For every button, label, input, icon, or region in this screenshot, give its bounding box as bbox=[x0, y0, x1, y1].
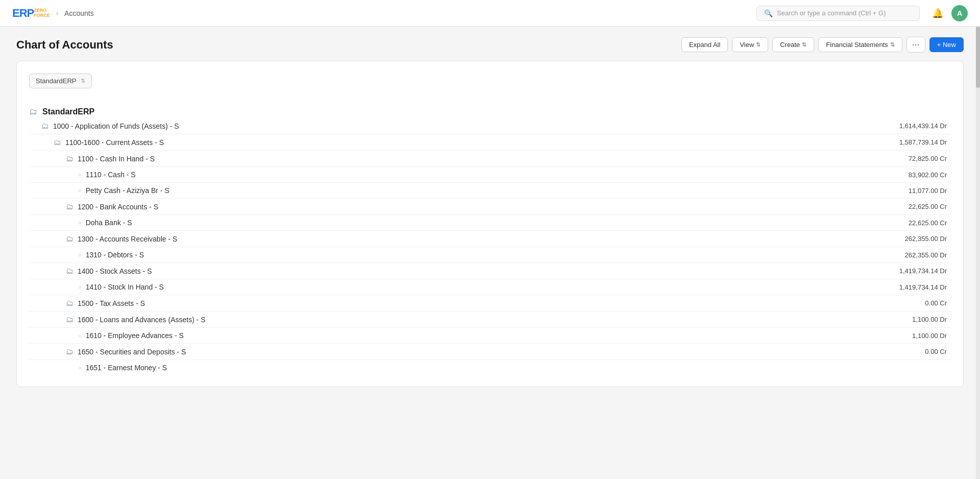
logo-stacked: ZERO FORCE bbox=[34, 8, 50, 18]
leaf-circle-icon: ○ bbox=[78, 187, 82, 194]
folder-icon: 🗂 bbox=[66, 267, 74, 275]
tree-root-label: StandardERP bbox=[42, 107, 859, 116]
tree-row[interactable]: 🗂1200 - Bank Accounts - S22,625.00 Cr bbox=[29, 200, 951, 213]
tree-row[interactable]: ○Petty Cash - Aziziya Br - S11,077.00 Dr bbox=[29, 184, 951, 197]
tree-row-inner: 🗂1600 - Loans and Advances (Assets) - S1… bbox=[66, 315, 951, 324]
folder-icon: 🗂 bbox=[66, 315, 74, 324]
tree-item-amount: 1,100.00 Dr bbox=[859, 316, 951, 323]
tree-item-amount: 83,902.00 Cr bbox=[859, 171, 951, 179]
tree-item-label: 1000 - Application of Funds (Assets) - S bbox=[53, 122, 859, 130]
tree-row[interactable]: 🗂1600 - Loans and Advances (Assets) - S1… bbox=[29, 313, 951, 326]
accounts-tree: 🗂 StandardERP 🗂1000 - Application of Fun… bbox=[29, 105, 951, 374]
folder-icon: 🗂 bbox=[66, 347, 74, 356]
tree-row[interactable]: 🗂1100 - Cash In Hand - S72,825.00 Cr bbox=[29, 152, 951, 165]
tree-item-amount: 72,825.00 Cr bbox=[859, 155, 951, 162]
tree-item-label: 1610 - Employee Advances - S bbox=[86, 331, 859, 340]
notification-bell-icon[interactable]: 🔔 bbox=[932, 8, 943, 19]
financial-statements-button[interactable]: Financial Statements ⇅ bbox=[818, 37, 902, 52]
tree-item-label: Petty Cash - Aziziya Br - S bbox=[86, 186, 859, 195]
search-placeholder: Search or type a command (Ctrl + G) bbox=[777, 9, 886, 17]
tree-row-inner: 🗂1000 - Application of Funds (Assets) - … bbox=[41, 122, 951, 130]
tree-row-inner: 🗂1300 - Accounts Receivable - S262,355.0… bbox=[66, 234, 951, 243]
tree-row[interactable]: ○1410 - Stock In Hand - S1,419,734.14 Dr bbox=[29, 280, 951, 294]
tree-item-amount: 1,614,439.14 Dr bbox=[859, 122, 951, 130]
tree-item-amount: 0.00 Cr bbox=[859, 299, 951, 307]
create-button[interactable]: Create ⇅ bbox=[772, 37, 814, 52]
leaf-circle-icon: ○ bbox=[78, 332, 82, 339]
folder-icon: 🗂 bbox=[66, 202, 74, 211]
tree-item-amount: 1,587,739.14 Dr bbox=[859, 138, 951, 146]
tree-rows-container: 🗂1000 - Application of Funds (Assets) - … bbox=[29, 119, 951, 374]
tree-row[interactable]: 🗂1100-1600 - Current Assets - S1,587,739… bbox=[29, 135, 951, 149]
page-header: Chart of Accounts Expand All View ⇅ Crea… bbox=[0, 27, 980, 61]
breadcrumb[interactable]: Accounts bbox=[64, 9, 94, 17]
folder-icon: 🗂 bbox=[66, 299, 74, 307]
more-button[interactable]: ··· bbox=[906, 37, 925, 53]
tree-item-label: 1651 - Earnest Money - S bbox=[86, 364, 859, 372]
tree-row[interactable]: ○1651 - Earnest Money - S bbox=[29, 361, 951, 374]
avatar[interactable]: A bbox=[951, 5, 968, 21]
nav-icons: 🔔 A bbox=[932, 5, 968, 21]
tree-item-label: 1410 - Stock In Hand - S bbox=[86, 283, 859, 291]
tree-row[interactable]: 🗂1000 - Application of Funds (Assets) - … bbox=[29, 119, 951, 133]
tree-row[interactable]: 🗂1300 - Accounts Receivable - S262,355.0… bbox=[29, 232, 951, 246]
tree-row-inner: 🗂1650 - Securities and Deposits - S0.00 … bbox=[66, 347, 951, 356]
tree-row[interactable]: ○1610 - Employee Advances - S1,100.00 Dr bbox=[29, 329, 951, 342]
toolbar: Expand All View ⇅ Create ⇅ Financial Sta… bbox=[681, 37, 964, 53]
root-folder-icon: 🗂 bbox=[29, 107, 37, 116]
tree-row-inner: 🗂1500 - Tax Assets - S0.00 Cr bbox=[66, 299, 951, 307]
tree-row[interactable]: 🗂1650 - Securities and Deposits - S0.00 … bbox=[29, 345, 951, 358]
view-chevron-icon: ⇅ bbox=[756, 41, 761, 48]
tree-item-amount: 262,355.00 Dr bbox=[859, 251, 951, 259]
tree-row[interactable]: 🗂1400 - Stock Assets - S1,419,734.14 Dr bbox=[29, 264, 951, 278]
leaf-circle-icon: ○ bbox=[78, 365, 82, 371]
chart-of-accounts-card: StandardERP ⇅ 🗂 StandardERP 🗂1000 - Appl… bbox=[16, 61, 964, 387]
leaf-circle-icon: ○ bbox=[78, 284, 82, 290]
tree-item-amount: 22,625.00 Cr bbox=[859, 219, 951, 227]
leaf-circle-icon: ○ bbox=[78, 252, 82, 258]
tree-item-label: 1100 - Cash In Hand - S bbox=[78, 155, 859, 163]
view-button[interactable]: View ⇅ bbox=[732, 37, 768, 52]
expand-all-button[interactable]: Expand All bbox=[681, 37, 728, 52]
tree-root-row: 🗂 StandardERP bbox=[29, 107, 951, 116]
tree-item-amount: 262,355.00 Dr bbox=[859, 235, 951, 243]
folder-icon: 🗂 bbox=[66, 154, 74, 163]
tree-row-inner: 🗂1400 - Stock Assets - S1,419,734.14 Dr bbox=[66, 267, 951, 275]
tree-item-amount: 22,625.00 Cr bbox=[859, 203, 951, 210]
create-chevron-icon: ⇅ bbox=[802, 41, 806, 48]
logo-erp: ERP bbox=[12, 7, 34, 20]
leaf-circle-icon: ○ bbox=[78, 172, 82, 178]
page-title: Chart of Accounts bbox=[16, 38, 675, 52]
folder-icon: 🗂 bbox=[54, 138, 61, 147]
tree-item-amount: 1,419,734.14 Dr bbox=[859, 267, 951, 275]
company-selector[interactable]: StandardERP ⇅ bbox=[29, 74, 92, 88]
nav-chevron: › bbox=[56, 9, 58, 17]
tree-row-inner: ○1410 - Stock In Hand - S1,419,734.14 Dr bbox=[78, 283, 951, 291]
tree-row[interactable]: ○1110 - Cash - S83,902.00 Cr bbox=[29, 168, 951, 181]
tree-row-inner: 🗂1100-1600 - Current Assets - S1,587,739… bbox=[54, 138, 951, 147]
tree-row-inner: 🗂1200 - Bank Accounts - S22,625.00 Cr bbox=[66, 202, 951, 211]
scrollbar-thumb[interactable] bbox=[976, 27, 980, 88]
tree-row[interactable]: ○1310 - Debtors - S262,355.00 Dr bbox=[29, 248, 951, 261]
search-bar[interactable]: 🔍 Search or type a command (Ctrl + G) bbox=[756, 6, 920, 21]
folder-icon: 🗂 bbox=[66, 234, 74, 243]
tree-row[interactable]: ○Doha Bank - S22,625.00 Cr bbox=[29, 216, 951, 229]
tree-item-amount: 11,077.00 Dr bbox=[859, 187, 951, 195]
folder-icon: 🗂 bbox=[41, 122, 49, 130]
scrollbar-track[interactable] bbox=[976, 27, 980, 403]
topnav: ERP ZERO FORCE › Accounts 🔍 Search or ty… bbox=[0, 0, 980, 27]
tree-item-label: 1200 - Bank Accounts - S bbox=[78, 203, 859, 211]
tree-root-item[interactable]: 🗂 StandardERP bbox=[29, 105, 951, 119]
tree-row-inner: ○1610 - Employee Advances - S1,100.00 Dr bbox=[78, 331, 951, 340]
tree-row-inner: 🗂1100 - Cash In Hand - S72,825.00 Cr bbox=[66, 154, 951, 163]
logo[interactable]: ERP ZERO FORCE bbox=[12, 7, 50, 20]
tree-item-amount: 0.00 Cr bbox=[859, 348, 951, 355]
tree-row[interactable]: 🗂1500 - Tax Assets - S0.00 Cr bbox=[29, 296, 951, 310]
new-button[interactable]: + New bbox=[929, 37, 964, 52]
tree-item-label: 1600 - Loans and Advances (Assets) - S bbox=[78, 316, 859, 324]
company-selector-value: StandardERP bbox=[36, 77, 77, 85]
tree-item-label: 1650 - Securities and Deposits - S bbox=[78, 348, 859, 356]
tree-item-label: 1310 - Debtors - S bbox=[86, 251, 859, 259]
company-selector-chevron-icon: ⇅ bbox=[81, 78, 85, 84]
search-icon: 🔍 bbox=[764, 9, 773, 17]
